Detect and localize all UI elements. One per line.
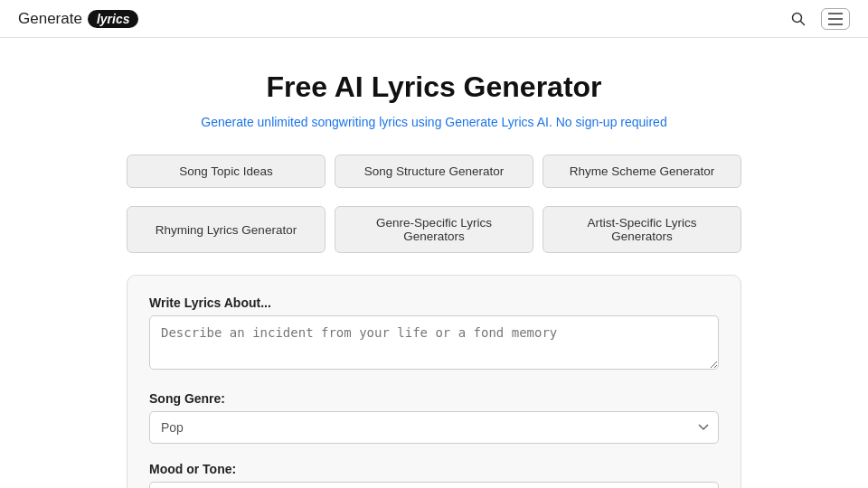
- search-icon: [791, 12, 806, 26]
- write-lyrics-textarea[interactable]: [149, 315, 719, 370]
- hero-subtitle: Generate unlimited songwriting lyrics us…: [127, 115, 741, 129]
- quick-nav-row2: Rhyming Lyrics Generator Genre-Specific …: [127, 206, 741, 253]
- rhyming-lyrics-generator-button[interactable]: Rhyming Lyrics Generator: [127, 206, 326, 253]
- hamburger-icon: [828, 13, 843, 25]
- song-structure-generator-button[interactable]: Song Structure Generator: [335, 155, 533, 188]
- brand-text: Generate: [18, 10, 82, 28]
- main-content: Free AI Lyrics Generator Generate unlimi…: [108, 38, 760, 488]
- brand-logo: Generate lyrics: [18, 10, 138, 28]
- write-lyrics-field-group: Write Lyrics About...: [149, 296, 719, 388]
- search-button[interactable]: [785, 8, 812, 30]
- quick-nav-row1: Song Topic Ideas Song Structure Generato…: [127, 155, 741, 188]
- genre-specific-lyrics-button[interactable]: Genre-Specific Lyrics Generators: [335, 206, 533, 253]
- rhyme-scheme-generator-button[interactable]: Rhyme Scheme Generator: [542, 155, 741, 188]
- svg-line-1: [801, 21, 805, 24]
- page-title: Free AI Lyrics Generator: [127, 70, 741, 104]
- song-genre-field-group: Song Genre: Pop Rock Hip Hop R&B Country…: [149, 391, 719, 458]
- brand-badge: lyrics: [88, 10, 139, 28]
- artist-specific-lyrics-button[interactable]: Artist-Specific Lyrics Generators: [542, 206, 741, 253]
- lyrics-form-card: Write Lyrics About... Song Genre: Pop Ro…: [127, 275, 741, 488]
- nav-icons: [785, 8, 850, 30]
- song-genre-label: Song Genre:: [149, 391, 719, 406]
- mood-tone-label: Mood or Tone:: [149, 462, 719, 476]
- mood-tone-select[interactable]: Happy Sad Romantic Energetic Melancholic…: [149, 482, 719, 488]
- mood-tone-field-group: Mood or Tone: Happy Sad Romantic Energet…: [149, 462, 719, 488]
- menu-button[interactable]: [821, 8, 850, 30]
- song-genre-select[interactable]: Pop Rock Hip Hop R&B Country Jazz Electr…: [149, 411, 719, 444]
- song-topic-ideas-button[interactable]: Song Topic Ideas: [127, 155, 326, 188]
- navbar: Generate lyrics: [0, 0, 868, 38]
- write-lyrics-label: Write Lyrics About...: [149, 296, 719, 310]
